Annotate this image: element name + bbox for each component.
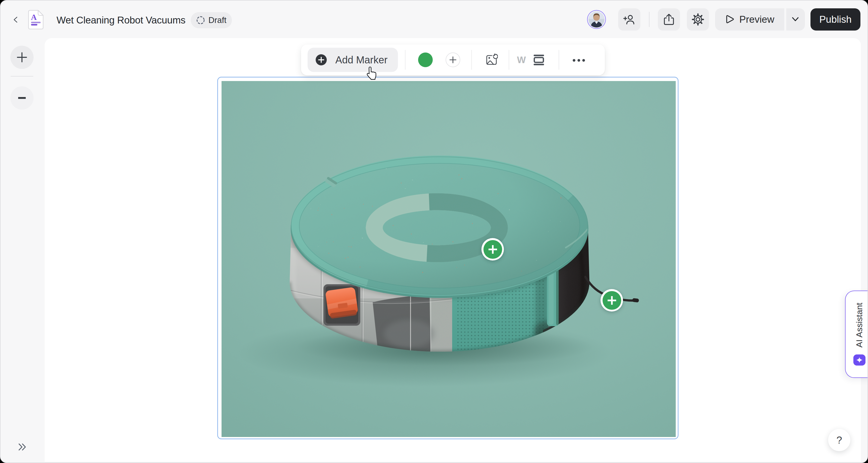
svg-text:A: A bbox=[31, 12, 37, 22]
